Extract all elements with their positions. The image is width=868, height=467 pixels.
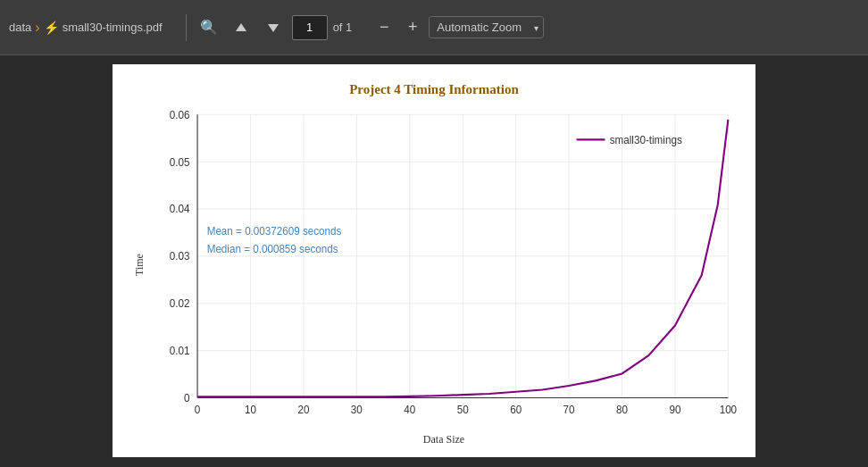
zoom-in-button[interactable]: + — [400, 15, 425, 40]
svg-text:0.05: 0.05 — [170, 155, 190, 168]
svg-text:0.02: 0.02 — [170, 297, 190, 310]
content-area: Project 4 Timing Information Time — [0, 55, 868, 467]
search-button[interactable]: 🔍 — [196, 14, 222, 41]
zoom-controls: − + Automatic Zoom Actual Size Page Fit … — [371, 15, 544, 40]
navigate-up-button[interactable] — [228, 14, 255, 41]
svg-text:0.01: 0.01 — [170, 345, 190, 357]
svg-text:20: 20 — [297, 404, 309, 416]
breadcrumb-separator: › — [35, 20, 39, 36]
svg-text:50: 50 — [457, 404, 469, 416]
toolbar: data › ⚡ small30-timings.pdf 🔍 of 1 − + … — [0, 0, 868, 55]
svg-text:80: 80 — [616, 404, 628, 416]
svg-text:60: 60 — [510, 404, 522, 416]
svg-text:0: 0 — [184, 392, 190, 404]
page-of-label: of 1 — [333, 21, 353, 34]
svg-text:0: 0 — [195, 404, 201, 416]
y-axis-label: Time — [130, 104, 148, 426]
breadcrumb-icon: ⚡ — [44, 21, 59, 35]
svg-text:100: 100 — [720, 404, 738, 416]
chart-svg: 0.06 0.05 0.04 0.03 0.02 0.01 0 0 10 20 … — [150, 104, 738, 426]
svg-marker-1 — [268, 24, 279, 32]
legend-label: small30-timings — [610, 134, 682, 146]
breadcrumb-parent: data — [9, 21, 31, 34]
zoom-select[interactable]: Automatic Zoom Actual Size Page Fit Page… — [429, 16, 544, 38]
pdf-page: Project 4 Timing Information Time — [113, 64, 755, 457]
svg-text:0.03: 0.03 — [170, 250, 190, 263]
svg-marker-0 — [236, 23, 246, 31]
page-number-input[interactable] — [292, 15, 328, 40]
svg-text:40: 40 — [404, 404, 415, 416]
chart-plot-area: 0.06 0.05 0.04 0.03 0.02 0.01 0 0 10 20 … — [150, 104, 738, 426]
median-text: Median = 0.000859 seconds — [207, 243, 338, 255]
toolbar-divider-1 — [186, 14, 187, 41]
chart-container: Project 4 Timing Information Time — [130, 82, 738, 439]
zoom-out-button[interactable]: − — [371, 15, 396, 40]
chart-inner: Time — [130, 104, 738, 426]
x-axis-label: Data Size — [150, 433, 738, 446]
svg-text:70: 70 — [563, 404, 575, 416]
svg-text:0.06: 0.06 — [170, 108, 190, 121]
mean-text: Mean = 0.00372609 seconds — [207, 225, 342, 238]
svg-text:10: 10 — [245, 404, 256, 416]
breadcrumb: data › ⚡ small30-timings.pdf — [9, 20, 163, 36]
page-navigation: of 1 — [292, 15, 353, 40]
svg-text:90: 90 — [669, 404, 680, 416]
chart-title: Project 4 Timing Information — [130, 82, 738, 97]
navigate-down-button[interactable] — [260, 14, 287, 41]
svg-text:0.04: 0.04 — [170, 203, 190, 215]
zoom-select-wrap: Automatic Zoom Actual Size Page Fit Page… — [429, 16, 544, 38]
breadcrumb-filename: small30-timings.pdf — [63, 21, 163, 34]
svg-text:30: 30 — [351, 404, 363, 416]
